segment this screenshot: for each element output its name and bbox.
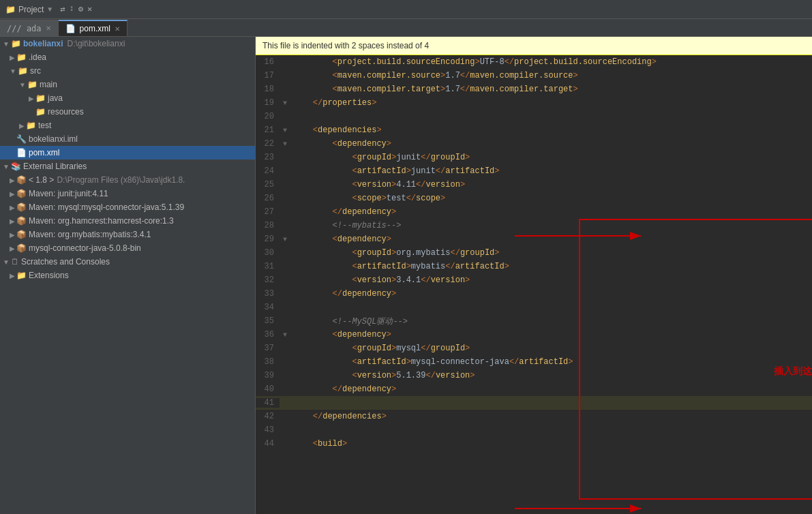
label-extensions: Extensions bbox=[29, 271, 69, 280]
tab-ada-close[interactable]: ✕ bbox=[46, 25, 51, 32]
tree-item-extensions[interactable]: ▶ 📁 Extensions bbox=[0, 269, 255, 282]
code-line-30: 30 <groupId>org.mybatis</groupId> bbox=[256, 246, 812, 260]
code-line-27: 27 </dependency> bbox=[256, 205, 812, 219]
tree-item-mysql-bin[interactable]: ▶ 📦 mysql-connector-java-5.0.8-bin bbox=[0, 241, 255, 255]
line-num-22: 22 bbox=[256, 139, 280, 149]
settings-icon[interactable]: ⚙ bbox=[78, 4, 83, 14]
line-num-38: 38 bbox=[256, 357, 280, 367]
fold-29: ▼ bbox=[280, 236, 290, 243]
icon-mysql-bin: 📦 bbox=[16, 243, 27, 253]
icon-test: 📁 bbox=[26, 121, 36, 130]
tree-item-scratches[interactable]: ▼ 🗒 Scratches and Consoles bbox=[0, 255, 255, 269]
arrow-scratches: ▼ bbox=[3, 258, 10, 266]
code-line-37: 37 <groupId>mysql</groupId> bbox=[256, 342, 812, 355]
line-num-39: 39 bbox=[256, 371, 280, 380]
editor-area: This file is indented with 2 spaces inst… bbox=[256, 37, 812, 514]
label-mysql-connector: Maven: mysql:mysql-connector-java:5.1.39 bbox=[29, 202, 184, 212]
line-num-44: 44 bbox=[256, 439, 280, 449]
top-bar-actions: ⇄ ↕ ⚙ ✕ bbox=[60, 4, 92, 14]
line-num-23: 23 bbox=[256, 153, 280, 162]
code-content-24: <artifactId>junit</artifactId> bbox=[290, 166, 499, 176]
tree-item-main[interactable]: ▼ 📁 main bbox=[0, 78, 255, 91]
tree-item-test[interactable]: ▶ 📁 test bbox=[0, 119, 255, 132]
code-line-17: 17 <maven.compiler.source>1.7</maven.com… bbox=[256, 69, 812, 82]
code-line-38: 38 <artifactId>mysql-connector-java</art… bbox=[256, 355, 812, 369]
tree-item-junit[interactable]: ▶ 📦 Maven: junit:junit:4.11 bbox=[0, 187, 255, 200]
line-num-21: 21 bbox=[256, 125, 280, 135]
tab-pom-close[interactable]: ✕ bbox=[115, 25, 120, 33]
arrow-extensions: ▶ bbox=[10, 272, 15, 279]
line-num-43: 43 bbox=[256, 425, 280, 435]
code-content-25: <version>4.11</version> bbox=[290, 180, 465, 190]
icon-src: 📁 bbox=[18, 66, 28, 76]
tree-item-src[interactable]: ▼ 📁 src bbox=[0, 64, 255, 78]
code-content-23: <groupId>junit</groupId> bbox=[290, 153, 470, 162]
code-content-22: <dependency> bbox=[290, 139, 391, 149]
tree-item-java[interactable]: ▶ 📁 java bbox=[0, 91, 255, 105]
label-mysql-bin: mysql-connector-java-5.0.8-bin bbox=[29, 243, 141, 253]
icon-bokelianxi: 📁 bbox=[11, 39, 21, 48]
code-line-35: 35 <!--MySQL驱动--> bbox=[256, 314, 812, 328]
tree-item-hamcrest[interactable]: ▶ 📦 Maven: org.hamcrest:hamcrest-core:1.… bbox=[0, 214, 255, 228]
arrow-junit: ▶ bbox=[10, 190, 15, 198]
arrow-bokelianxi: ▼ bbox=[3, 40, 10, 48]
code-content-32: <version>3.4.1</version> bbox=[290, 275, 470, 285]
label-hamcrest: Maven: org.hamcrest:hamcrest-core:1.3 bbox=[29, 216, 174, 226]
arrow-mybatis: ▶ bbox=[10, 231, 15, 239]
tree-item-mybatis[interactable]: ▶ 📦 Maven: org.mybatis:mybatis:3.4.1 bbox=[0, 228, 255, 241]
code-line-43: 43 bbox=[256, 423, 812, 437]
tab-ada-label: /// ada bbox=[7, 24, 42, 33]
code-line-20: 20 bbox=[256, 110, 812, 123]
code-content-17: <maven.compiler.source>1.7</maven.compil… bbox=[290, 71, 578, 80]
label-main: main bbox=[40, 80, 57, 89]
icon-junit: 📦 bbox=[16, 189, 27, 198]
tree-item-pom[interactable]: ▶ 📄 pom.xml bbox=[0, 146, 255, 160]
line-num-18: 18 bbox=[256, 85, 280, 94]
arrow-test: ▶ bbox=[19, 122, 25, 130]
tab-pom-label: pom.xml bbox=[80, 24, 110, 33]
collapse-icon[interactable]: ↕ bbox=[70, 4, 74, 14]
sync-icon[interactable]: ⇄ bbox=[60, 4, 65, 14]
line-num-32: 32 bbox=[256, 275, 280, 285]
tree-item-idea[interactable]: ▶ 📁 .idea bbox=[0, 50, 255, 64]
label-junit: Maven: junit:junit:4.11 bbox=[29, 189, 108, 198]
tree-item-jdk[interactable]: ▶ 📦 < 1.8 > D:\Program Files (x86)\Java\… bbox=[0, 173, 255, 187]
code-area[interactable]: 16 <project.build.sourceEncoding>UTF-8</… bbox=[256, 55, 812, 514]
close-icon[interactable]: ✕ bbox=[87, 4, 92, 14]
line-num-19: 19 bbox=[256, 98, 280, 108]
arrow-ext-libs: ▼ bbox=[3, 163, 10, 170]
tree-item-ext-libs[interactable]: ▼ 📚 External Libraries bbox=[0, 160, 255, 173]
line-num-33: 33 bbox=[256, 289, 280, 299]
label-bokelianxi: bokelianxi bbox=[23, 39, 63, 48]
tree-item-resources[interactable]: ▶ 📁 resources bbox=[0, 105, 255, 119]
icon-mysql-connector: 📦 bbox=[16, 202, 27, 212]
code-content-29: <dependency> bbox=[290, 235, 391, 244]
arrow-mysql-bin: ▶ bbox=[10, 245, 15, 252]
code-line-16: 16 <project.build.sourceEncoding>UTF-8</… bbox=[256, 55, 812, 69]
line-num-20: 20 bbox=[256, 112, 280, 121]
line-num-40: 40 bbox=[256, 384, 280, 394]
code-content-19: </properties> bbox=[290, 98, 376, 108]
top-bar: 📁 Project ▼ ⇄ ↕ ⚙ ✕ bbox=[0, 0, 812, 19]
icon-idea: 📁 bbox=[16, 52, 27, 62]
icon-jdk: 📦 bbox=[16, 175, 27, 185]
info-bar[interactable]: This file is indented with 2 spaces inst… bbox=[256, 37, 812, 55]
arrow-hamcrest: ▶ bbox=[10, 217, 15, 225]
label-pom: pom.xml bbox=[29, 148, 59, 157]
code-line-25: 25 <version>4.11</version> bbox=[256, 178, 812, 192]
tree-item-mysql-connector[interactable]: ▶ 📦 Maven: mysql:mysql-connector-java:5.… bbox=[0, 200, 255, 214]
tree-item-iml[interactable]: ▶ 🔧 bokelianxi.iml bbox=[0, 132, 255, 146]
label-resources: resources bbox=[48, 107, 84, 117]
line-num-24: 24 bbox=[256, 166, 280, 176]
tree-item-bokelianxi[interactable]: ▼ 📁 bokelianxi D:\git\bokelianxi bbox=[0, 37, 255, 50]
code-content-39: <version>5.1.39</version> bbox=[290, 371, 475, 380]
code-content-16: <project.build.sourceEncoding>UTF-8</pro… bbox=[290, 57, 657, 67]
icon-scratches: 🗒 bbox=[11, 257, 19, 267]
label-iml: bokelianxi.iml bbox=[29, 134, 78, 144]
tab-pom[interactable]: 📄 pom.xml ✕ bbox=[59, 20, 127, 36]
icon-mybatis: 📦 bbox=[16, 230, 27, 239]
fold-22: ▼ bbox=[280, 140, 290, 148]
tab-ada[interactable]: /// ada ✕ bbox=[0, 20, 59, 36]
arrow-mysql-connector: ▶ bbox=[10, 204, 15, 211]
icon-iml: 🔧 bbox=[16, 134, 27, 144]
